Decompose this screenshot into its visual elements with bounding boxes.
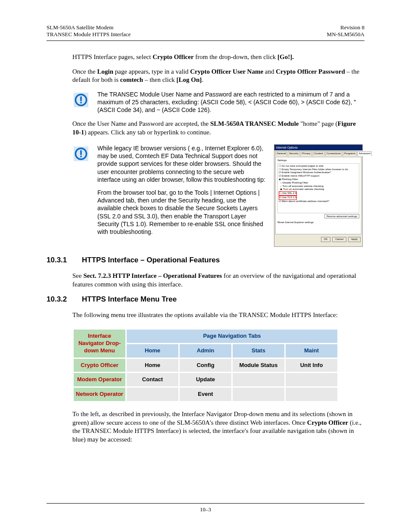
internet-options-dialog-thumbnail: Internet Options General Security Privac… [274, 144, 363, 247]
nav-item: Modem Operator [73, 373, 126, 387]
section-10-3-1-body: See Sect. 7.2.3 HTTP Interface – Operati… [72, 272, 364, 289]
svg-rect-2 [80, 96, 82, 101]
page-number: 10–3 [200, 506, 211, 513]
page-cell: Module Status [232, 358, 285, 373]
intro-p3: Once the User Name and Password are acce… [72, 120, 364, 137]
tab-col: Maint [285, 343, 338, 358]
page-cell: Home [126, 358, 179, 373]
page-cell [232, 373, 285, 387]
important-icon [72, 145, 90, 162]
header-rule [47, 40, 364, 41]
note-2a: While legacy IE browser versions ( e.g.,… [97, 144, 266, 184]
note-1: The TRANSEC Module User Name and Passwor… [72, 90, 364, 114]
svg-point-7 [80, 156, 82, 157]
tab-col: Stats [232, 343, 285, 358]
doc-subtitle: TRANSEC Module HTTPS Interface [47, 31, 131, 38]
intro-p1: HTTPS Interface pages, select Crypto Off… [72, 53, 364, 62]
tabs-header: Page Navigation Tabs [126, 329, 338, 343]
nav-item: Crypto Officer [73, 358, 126, 373]
intro-p2: Once the Login page appears, type in a v… [72, 68, 364, 84]
dialog-title: Internet Options [274, 145, 362, 150]
page-cell [285, 387, 338, 402]
tab-col: Home [126, 343, 179, 358]
section-10-3-2-body: The following menu tree illustrates the … [72, 311, 364, 320]
tab-col: Admin [179, 343, 232, 358]
important-icon [72, 91, 90, 109]
doc-number: MN-SLM5650A [327, 31, 364, 38]
dialog-tabs: General Security Privacy Content Connect… [274, 150, 362, 156]
page-footer: 10–3 [47, 503, 364, 513]
page-cell [232, 387, 285, 402]
doc-title: SLM-5650A Satellite Modem [47, 24, 131, 31]
page-cell: Config [179, 358, 232, 373]
note-1-text: The TRANSEC Module User Name and Passwor… [97, 90, 364, 114]
nav-item: Network Operator [73, 387, 126, 402]
page-cell: Event [179, 387, 232, 402]
page-cell [285, 373, 338, 387]
dialog-settings-pane: Settings ☐ Do not save encrypted pages t… [275, 157, 361, 234]
nav-header: Interface Navigator Drop-down Menu [73, 329, 126, 358]
menu-tree-table: Interface Navigator Drop-down Menu Page … [72, 328, 339, 402]
page-cell: Unit Info [285, 358, 338, 373]
svg-point-3 [80, 102, 82, 103]
page-cell: Contact [126, 373, 179, 387]
page-cell: Update [179, 373, 232, 387]
section-10-3-1-heading: 10.3.1HTTPS Interface – Operational Feat… [47, 255, 364, 265]
dialog-buttons: OK Cancel Apply [274, 235, 362, 244]
doc-revision: Revision 8 [327, 24, 364, 31]
page-header: SLM-5650A Satellite Modem TRANSEC Module… [47, 24, 364, 38]
section-10-3-2-heading: 10.3.2HTTPS Interface Menu Tree [47, 295, 364, 304]
closing-paragraph: To the left, as described in previously,… [72, 410, 364, 444]
page-cell [126, 387, 179, 402]
note-2b: From the browser tool bar, go to the Too… [97, 189, 266, 236]
note-2-block: While legacy IE browser versions ( e.g.,… [72, 144, 364, 247]
svg-rect-6 [80, 150, 82, 155]
